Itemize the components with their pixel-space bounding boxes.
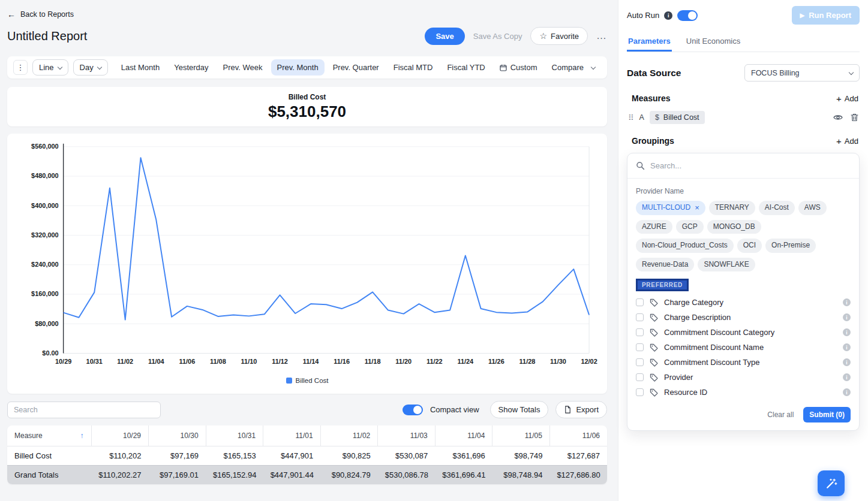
measure-row[interactable]: ⠿ A $ Billed Cost (627, 111, 860, 124)
granularity-select[interactable]: Day (73, 59, 108, 76)
preferred-label: PREFERRED (636, 279, 689, 291)
preset-prev-quarter[interactable]: Prev. Quarter (327, 59, 385, 76)
preset-yesterday[interactable]: Yesterday (168, 59, 214, 76)
checkbox[interactable] (636, 358, 644, 366)
info-icon[interactable]: i (843, 298, 851, 306)
grouping-option-commitment-discount-category[interactable]: Commitment Discount Category i (636, 325, 851, 340)
column-header-10-31[interactable]: 10/31 (206, 425, 263, 446)
grouping-option-resource-id[interactable]: Resource ID i (636, 385, 851, 400)
grouping-option-charge-description[interactable]: Charge Description i (636, 310, 851, 325)
chevron-down-icon (591, 64, 596, 69)
preset-fiscal-ytd[interactable]: Fiscal YTD (441, 59, 491, 76)
preset-custom[interactable]: Custom (494, 59, 543, 76)
add-measure-button[interactable]: + Add (836, 94, 858, 103)
column-header-11-05[interactable]: 11/05 (492, 425, 550, 446)
measure-chip[interactable]: $ Billed Cost (650, 111, 705, 124)
parameters-panel: Auto Run i ▶ Run Report Parameters Unit … (618, 0, 868, 501)
clear-all-button[interactable]: Clear all (767, 411, 794, 419)
checkbox[interactable] (636, 313, 644, 321)
provider-chip-non-cloud-product-costs[interactable]: Non-Cloud_Product_Costs (636, 239, 734, 253)
provider-chip-snowflake[interactable]: SNOWFLAKE (698, 258, 755, 272)
provider-chip-revenue-data[interactable]: Revenue-Data (636, 258, 694, 272)
column-header-11-02[interactable]: 11/02 (320, 425, 378, 446)
provider-chip-ternary[interactable]: TERNARY (709, 201, 755, 215)
info-icon[interactable]: i (843, 388, 851, 396)
info-icon[interactable]: i (843, 343, 851, 351)
legend-label: Billed Cost (296, 377, 329, 384)
preset-prev-month[interactable]: Prev. Month (271, 59, 325, 76)
kpi-card: Billed Cost $5,310,570 (7, 87, 607, 126)
table-search-input[interactable] (7, 402, 161, 418)
info-icon[interactable]: i (843, 373, 851, 381)
favorite-button[interactable]: ☆ Favorite (530, 27, 588, 45)
svg-text:11/24: 11/24 (457, 358, 473, 365)
provider-chip-ai-cost[interactable]: AI-Cost (759, 201, 795, 215)
save-button[interactable]: Save (425, 28, 464, 45)
remove-filter-icon[interactable]: × (695, 204, 699, 212)
sort-asc-icon[interactable]: ↑ (80, 431, 84, 440)
checkbox[interactable] (636, 298, 644, 306)
auto-run-toggle[interactable] (677, 10, 698, 21)
data-source-select[interactable]: FOCUS Billing (744, 64, 860, 82)
grouping-option-label: Commitment Discount Name (664, 343, 764, 352)
column-header-11-06[interactable]: 11/06 (549, 425, 607, 446)
tab-unit-economics[interactable]: Unit Economics (685, 31, 741, 52)
tab-parameters[interactable]: Parameters (627, 31, 672, 52)
provider-chip-multi-cloud[interactable]: MULTI-CLOUD× (636, 201, 705, 215)
grouping-option-commitment-discount-type[interactable]: Commitment Discount Type i (636, 355, 851, 370)
ai-assistant-button[interactable] (818, 470, 845, 496)
groupings-search-input[interactable] (650, 161, 851, 170)
billed-cost-line-chart[interactable]: $0.00$80,000$160,000$240,000$320,000$400… (12, 138, 602, 373)
back-to-reports-link[interactable]: Back to Reports (20, 10, 74, 19)
grouping-option-commitment-discount-name[interactable]: Commitment Discount Name i (636, 340, 851, 355)
column-header-11-04[interactable]: 11/04 (435, 425, 492, 446)
checkbox[interactable] (636, 328, 644, 336)
table-controls-right: Compact view Show Totals Export (403, 401, 607, 418)
show-totals-button[interactable]: Show Totals (490, 401, 549, 418)
grouping-option-charge-category[interactable]: Charge Category i (636, 295, 851, 310)
cell-value: $97,169 (149, 446, 206, 466)
checkbox[interactable] (636, 388, 644, 396)
svg-text:11/14: 11/14 (303, 358, 319, 365)
provider-chip-oci[interactable]: OCI (737, 239, 762, 253)
info-icon[interactable]: i (843, 358, 851, 366)
column-header-measure[interactable]: Measure↑ (7, 425, 91, 446)
delete-trash-icon[interactable] (851, 113, 858, 122)
checkbox[interactable] (636, 343, 644, 351)
cell-value: $165,152.94 (206, 466, 263, 485)
export-button[interactable]: Export (555, 401, 607, 418)
add-grouping-button[interactable]: + Add (836, 137, 858, 146)
info-icon[interactable]: i (843, 328, 851, 336)
data-table: Measure↑10/2910/3010/3111/0111/0211/0311… (7, 425, 607, 484)
provider-chip-azure[interactable]: AZURE (636, 220, 672, 234)
chart-type-select[interactable]: Line (32, 59, 68, 76)
column-header-11-01[interactable]: 11/01 (263, 425, 321, 446)
more-options-button[interactable]: … (596, 30, 607, 42)
provider-chip-on-premise[interactable]: On-Premise (765, 239, 816, 253)
info-icon[interactable]: i (843, 313, 851, 321)
provider-chip-mongo-db[interactable]: MONGO_DB (707, 220, 761, 234)
preset-prev-week[interactable]: Prev. Week (217, 59, 269, 76)
preset-last-month[interactable]: Last Month (115, 59, 166, 76)
preset-compare[interactable]: Compare (546, 59, 601, 76)
save-as-copy-button[interactable]: Save As Copy (473, 32, 522, 41)
run-report-button[interactable]: ▶ Run Report (792, 6, 860, 25)
provider-chip-gcp[interactable]: GCP (676, 220, 704, 234)
compact-view-toggle[interactable] (403, 405, 423, 415)
column-header-10-29[interactable]: 10/29 (91, 425, 149, 446)
submit-button[interactable]: Submit (0) (803, 407, 851, 422)
column-header-10-30[interactable]: 10/30 (149, 425, 206, 446)
grouping-option-provider[interactable]: Provider i (636, 370, 851, 385)
drag-handle-icon[interactable]: ⠿ (628, 113, 634, 122)
visibility-eye-icon[interactable] (833, 114, 843, 121)
info-icon[interactable]: i (664, 11, 672, 20)
checkbox[interactable] (636, 373, 644, 381)
toolbar-menu-button[interactable]: ⋮ (13, 60, 28, 75)
cell-value: $110,202.27 (91, 466, 149, 485)
provider-chip-aws[interactable]: AWS (798, 201, 827, 215)
table-row[interactable]: Billed Cost$110,202$97,169$165,153$447,9… (7, 446, 607, 466)
cell-value: $97,169.01 (149, 466, 206, 485)
grouping-option-label: Resource ID (664, 388, 707, 397)
column-header-11-03[interactable]: 11/03 (378, 425, 435, 446)
preset-fiscal-mtd[interactable]: Fiscal MTD (388, 59, 439, 76)
